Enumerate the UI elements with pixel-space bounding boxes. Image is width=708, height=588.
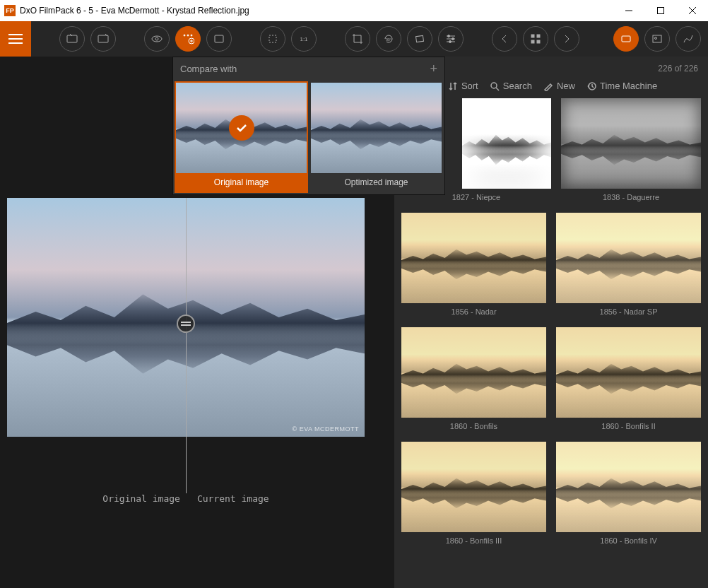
minimize-button[interactable]	[613, 0, 644, 21]
preview-area: Compare with + Original image Optimized …	[0, 57, 394, 588]
single-image-button[interactable]	[206, 26, 232, 52]
svg-rect-26	[531, 35, 534, 37]
svg-point-11	[184, 35, 185, 36]
svg-line-37	[496, 88, 499, 90]
add-compare-button[interactable]: +	[430, 61, 437, 76]
open-image-button[interactable]	[59, 26, 85, 52]
window-title: DxO FilmPack 6 - 5 - Eva McDermott - Kry…	[20, 6, 613, 16]
svg-point-25	[449, 41, 452, 43]
svg-point-24	[452, 38, 454, 40]
close-button[interactable]	[676, 0, 708, 21]
svg-rect-27	[537, 35, 540, 37]
svg-rect-16	[269, 35, 276, 42]
grid-view-button[interactable]	[523, 26, 548, 52]
new-button[interactable]: New	[543, 81, 575, 91]
preview-left-label: Original image	[102, 493, 180, 504]
compare-title: Compare with	[180, 64, 237, 74]
compare-optimized-label: Optimized image	[311, 173, 442, 192]
preview-right-label: Current image	[197, 493, 269, 504]
svg-rect-8	[98, 35, 108, 42]
sort-button[interactable]: Sort	[448, 81, 478, 91]
svg-point-12	[187, 35, 189, 36]
search-button[interactable]: Search	[490, 81, 532, 91]
compare-divider-handle[interactable]	[177, 314, 195, 333]
preset-bonfils-iii[interactable]: 1860 - Bonfils III	[401, 442, 546, 549]
compare-original-thumb[interactable]: Original image	[175, 81, 308, 193]
svg-point-32	[655, 37, 657, 40]
effects-panel-button[interactable]	[644, 26, 670, 52]
svg-point-23	[448, 35, 450, 37]
preset-nadar-sp[interactable]: 1856 - Nadar SP	[556, 213, 701, 320]
compare-original-label: Original image	[176, 173, 307, 192]
histogram-panel-button[interactable]	[675, 26, 701, 52]
check-icon	[229, 115, 254, 141]
titlebar: FP DxO FilmPack 6 - 5 - Eva McDermott - …	[0, 0, 708, 21]
svg-point-10	[155, 37, 158, 40]
svg-point-36	[491, 83, 497, 88]
maximize-button[interactable]	[644, 0, 676, 21]
svg-text:90°: 90°	[386, 37, 391, 42]
preset-bonfils-iv[interactable]: 1860 - Bonfils IV	[556, 442, 701, 549]
prev-button[interactable]	[492, 26, 517, 52]
preset-nadar[interactable]: 1856 - Nadar	[401, 213, 546, 320]
presets-panel-button[interactable]	[613, 26, 639, 52]
app-logo: FP	[4, 5, 16, 16]
svg-rect-1	[657, 8, 663, 14]
crop-area-button[interactable]	[260, 26, 285, 52]
svg-rect-19	[415, 35, 423, 42]
adjust-button[interactable]	[438, 26, 464, 52]
toolbar: 1:1 90°	[0, 21, 708, 57]
watermark: © EVA MCDERMOTT	[293, 425, 359, 433]
compare-optimized-thumb[interactable]: Optimized image	[309, 81, 443, 193]
crop-button[interactable]	[345, 26, 370, 52]
svg-rect-28	[531, 40, 534, 43]
svg-rect-7	[67, 35, 77, 42]
menu-button[interactable]	[0, 21, 31, 57]
preset-daguerre[interactable]: 1838 - Daguerre	[561, 98, 701, 206]
time-machine-button[interactable]: Time Machine	[586, 81, 657, 91]
rotate-button[interactable]: 90°	[376, 26, 401, 52]
save-image-button[interactable]	[90, 26, 116, 52]
svg-point-13	[191, 35, 192, 36]
compare-panel: Compare with + Original image Optimized …	[172, 57, 445, 195]
straighten-button[interactable]	[407, 26, 432, 52]
svg-rect-15	[215, 35, 223, 42]
svg-text:1:1: 1:1	[300, 36, 308, 42]
compare-divider	[186, 198, 187, 493]
svg-point-9	[152, 36, 162, 42]
svg-rect-29	[537, 40, 540, 43]
zoom-1to1-button[interactable]: 1:1	[291, 26, 317, 52]
svg-rect-30	[622, 36, 630, 42]
next-button[interactable]	[554, 26, 579, 52]
preset-bonfils-ii[interactable]: 1860 - Bonfils II	[556, 327, 701, 435]
svg-rect-31	[653, 35, 661, 42]
compare-button[interactable]	[175, 26, 201, 52]
preview-button[interactable]	[144, 26, 170, 52]
preset-bonfils[interactable]: 1860 - Bonfils	[401, 327, 546, 435]
